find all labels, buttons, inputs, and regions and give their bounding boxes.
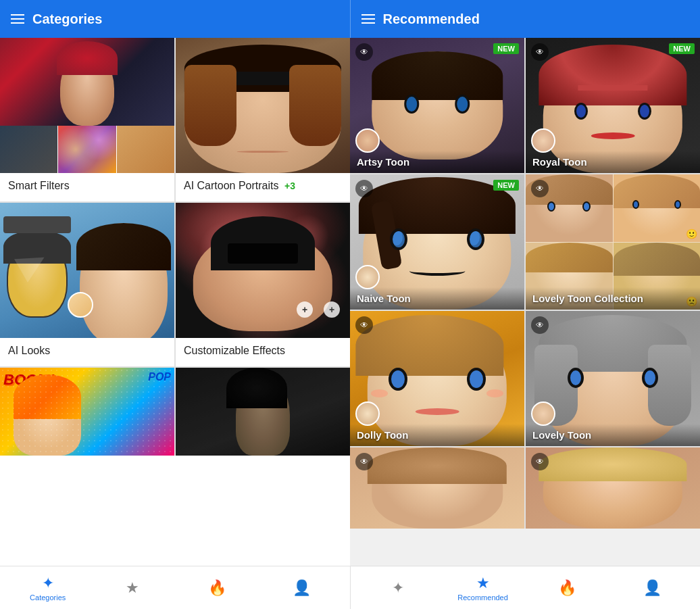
categories-title: Categories [32,11,102,27]
recommended-header: Recommended [350,0,701,38]
smart-filters-top-image [0,38,174,126]
favorites-nav-icon: ★ [126,579,139,597]
category-card-ai-cartoon[interactable]: AI Cartoon Portraits +3 [176,38,350,201]
left-nav-section: ✦ Categories ★ 🔥 👤 [0,566,350,609]
category-card-customizable-effects[interactable]: + + Customizable Effects [176,203,350,366]
recommended-menu-icon[interactable] [361,14,375,24]
effects-nav-icon: ✦ [392,579,404,597]
recommended-nav-label: Recommended [457,593,508,602]
categories-grid: Smart Filters AI Carto [0,38,350,456]
profile-nav-icon: 👤 [293,579,311,597]
recommended-title: Recommended [383,11,480,27]
right-nav-section: ✦ ★ Recommended 🔥 👤 [350,566,701,609]
artsy-toon-new-badge: NEW [493,43,519,54]
rec-card-partial-1[interactable]: 👁 [350,447,524,529]
dolly-toon-eye-icon: 👁 [355,316,373,334]
partial-bg-2 [526,447,700,529]
rec-card-dolly-toon[interactable]: 👁 Dolly Toon [350,311,524,446]
nav-item-trending[interactable]: 🔥 [175,577,259,600]
recommended-grid: 👁 NEW Artsy Toon � [350,38,700,529]
rec-card-partial-2[interactable]: 👁 [526,447,700,529]
categories-panel: Smart Filters AI Carto [0,38,350,566]
app-header: Categories Recommended [0,0,700,38]
lovely-toon-label: Lovely Toon [526,424,700,446]
nav-item-trending2[interactable]: 🔥 [525,577,609,600]
profile2-nav-icon: 👤 [643,579,661,597]
customizable-effects-label: Customizable Effects [176,338,350,366]
naive-toon-label: Naive Toon [350,287,524,310]
trending2-nav-icon: 🔥 [558,579,576,597]
naive-toon-eye-icon: 👁 [355,180,373,197]
artsy-eye-left [405,95,420,114]
category-card-ai-looks[interactable]: ▶ AI Looks [0,203,174,366]
rec-card-royal-toon[interactable]: 👁 NEW Royal Toon [526,38,700,173]
trending-nav-icon: 🔥 [208,579,226,597]
category-card-comic[interactable]: BOOM! POP [0,368,174,456]
rec-card-naive-toon[interactable]: 👁 NEW Naive Toon [350,174,524,310]
nav-item-categories[interactable]: ✦ Categories [5,572,90,604]
lovely-thumb-preview [531,401,555,426]
artsy-face [372,51,503,160]
recommended-nav-icon: ★ [476,575,490,592]
recommended-panel: 👁 NEW Artsy Toon � [350,38,700,566]
lovely-collection-eye-icon: 👁 [531,180,549,197]
rec-card-lovely-toon[interactable]: 👁 Lovely Toon [526,311,700,446]
categories-nav-icon: ✦ [42,575,54,592]
main-content: Smart Filters AI Carto [0,38,700,566]
customizable-effects-images: + + [176,203,350,338]
partial-1-eye-icon: 👁 [355,453,373,470]
dolly-toon-label: Dolly Toon [350,424,524,446]
ai-cartoon-badge: +3 [284,180,295,191]
smart-filters-label: Smart Filters [0,173,174,201]
nav-item-favorites[interactable]: ★ [90,577,174,600]
add-button-2[interactable]: + [297,301,313,318]
ai-cartoon-label: AI Cartoon Portraits +3 [176,173,350,201]
dark-art-images [176,368,350,456]
category-card-dark-art[interactable] [176,368,350,456]
nav-item-profile[interactable]: 👤 [259,577,344,600]
naive-toon-new-badge: NEW [493,180,519,191]
nav-item-recommended[interactable]: ★ Recommended [441,572,525,604]
ai-looks-thumb [68,292,93,318]
smart-filters-bottom-images [0,126,174,173]
rec-card-artsy-toon[interactable]: 👁 NEW Artsy Toon [350,38,524,173]
royal-thumb-preview [531,128,555,153]
ai-looks-label: AI Looks [0,338,174,366]
partial-bg-1 [350,447,524,529]
nav-item-profile2[interactable]: 👤 [610,577,695,600]
royal-toon-eye-icon: 👁 [531,43,549,61]
categories-menu-icon[interactable] [11,14,24,24]
royal-toon-label: Royal Toon [526,151,700,173]
bottom-nav: ✦ Categories ★ 🔥 👤 ✦ ★ Recommended 🔥 👤 [0,566,700,609]
ai-cartoon-images [176,38,350,173]
categories-nav-label: Categories [30,593,66,602]
artsy-toon-eye-icon: 👁 [355,43,373,61]
naive-thumb-preview [355,265,380,289]
add-button-1[interactable]: + [324,301,340,318]
nav-item-effects[interactable]: ✦ [356,577,441,600]
rec-card-lovely-collection[interactable]: 🙂 🙁 [526,174,700,310]
categories-header: Categories [0,0,350,38]
lovely-toon-eye-icon: 👁 [531,316,549,334]
smart-filters-images [0,38,174,173]
artsy-toon-label: Artsy Toon [350,151,524,173]
category-card-smart-filters[interactable]: Smart Filters [0,38,174,201]
royal-toon-new-badge: NEW [669,43,695,54]
partial-2-eye-icon: 👁 [531,453,549,470]
lovely-collection-label: Lovely Toon Collection [526,287,700,310]
comic-images: BOOM! POP [0,368,174,456]
artsy-thumb-preview [355,128,380,153]
ai-looks-images: ▶ [0,203,174,338]
artsy-hair [372,51,503,100]
artsy-eye-right [455,95,470,114]
dolly-thumb-preview [355,401,380,426]
